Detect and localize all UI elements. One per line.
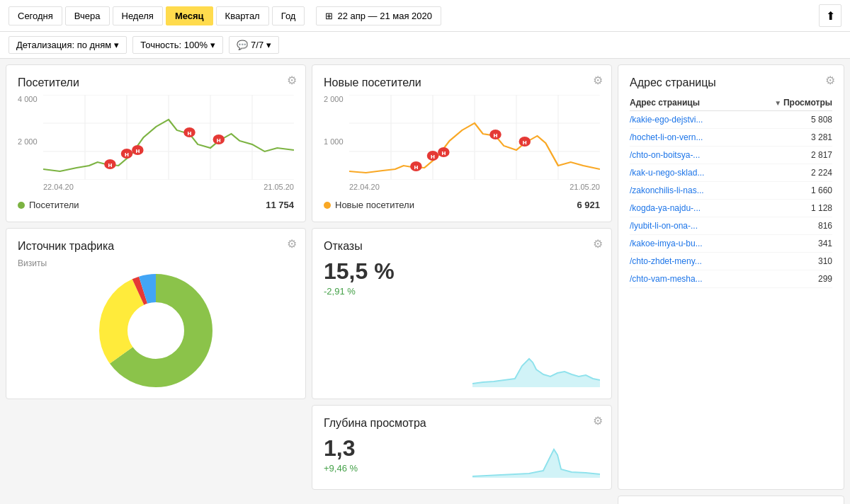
chevron-down-icon3: ▾ bbox=[266, 40, 271, 50]
svg-marker-44 bbox=[472, 449, 600, 478]
svg-point-42 bbox=[129, 304, 183, 357]
segment-icon: 💬 bbox=[237, 40, 248, 50]
table-row: /kakoe-imya-u-bu...341 bbox=[630, 235, 832, 253]
table-row: /kak-u-nego-sklad...2 224 bbox=[630, 164, 832, 182]
period-today[interactable]: Сегодня bbox=[8, 6, 62, 25]
depth-gear-icon[interactable]: ⚙ bbox=[593, 414, 603, 428]
bounce-mini-chart bbox=[472, 345, 600, 387]
page-url[interactable]: /zakonchilis-li-nas... bbox=[630, 182, 744, 200]
page-url[interactable]: /chto-on-boitsya-... bbox=[630, 147, 744, 164]
new-visitors-y-labels: 2 000 1 000 bbox=[324, 95, 349, 180]
page-views: 3 281 bbox=[744, 129, 832, 147]
table-row: /hochet-li-on-vern...3 281 bbox=[630, 129, 832, 147]
last-search-card: Последняя поисковая фраза ⚙ Последняя по… bbox=[618, 496, 844, 504]
traffic-source-gear-icon[interactable]: ⚙ bbox=[287, 237, 297, 251]
page-url[interactable]: /chto-vam-mesha... bbox=[630, 270, 744, 288]
page-views: 2 224 bbox=[744, 164, 832, 182]
depth-title: Глубина просмотра bbox=[324, 417, 600, 430]
traffic-source-title: Источник трафика bbox=[18, 240, 294, 253]
page-address-table: Адрес страницы ▼ Просмотры /kakie-ego-de… bbox=[630, 95, 832, 288]
table-row: /kogda-ya-najdu-...1 128 bbox=[630, 200, 832, 217]
page-views: 310 bbox=[744, 253, 832, 270]
svg-text:н: н bbox=[441, 149, 446, 156]
table-row: /zakonchilis-li-nas...1 660 bbox=[630, 182, 832, 200]
bounce-title: Отказы bbox=[324, 240, 600, 253]
export-icon: ⬆ bbox=[826, 9, 835, 23]
bounce-card: Отказы ⚙ 15,5 % -2,91 % bbox=[312, 228, 612, 399]
svg-text:н: н bbox=[187, 130, 191, 137]
bounce-change: -2,91 % bbox=[324, 286, 600, 297]
svg-text:н: н bbox=[125, 151, 129, 158]
visitors-gear-icon[interactable]: ⚙ bbox=[287, 74, 297, 87]
visitors-dot bbox=[18, 202, 25, 209]
page-url[interactable]: /kakie-ego-dejstvi... bbox=[630, 111, 744, 129]
page-views: 1 660 bbox=[744, 182, 832, 200]
svg-text:н: н bbox=[217, 137, 221, 144]
top-bar: Сегодня Вчера Неделя Месяц Квартал Год ⊞… bbox=[0, 0, 850, 32]
period-yesterday[interactable]: Вчера bbox=[65, 6, 110, 25]
detail-filter[interactable]: Детализация: по дням ▾ bbox=[8, 36, 127, 54]
table-row: /chto-zhdet-meny...310 bbox=[630, 253, 832, 270]
new-visitors-chart: н н н н н bbox=[349, 95, 600, 180]
page-views: 299 bbox=[744, 270, 832, 288]
page-views: 5 808 bbox=[744, 111, 832, 129]
visitors-legend-label: Посетители bbox=[29, 200, 79, 210]
sort-arrow: ▼ bbox=[774, 99, 783, 107]
page-url[interactable]: /kak-u-nego-sklad... bbox=[630, 164, 744, 182]
table-row: /chto-vam-mesha...299 bbox=[630, 270, 832, 288]
visitors-x-labels: 22.04.20 21.05.20 bbox=[43, 180, 294, 194]
new-visitors-title: Новые посетители bbox=[324, 76, 600, 89]
detail-label: Детализация: по дням bbox=[16, 40, 111, 50]
accuracy-filter[interactable]: Точность: 100% ▾ bbox=[132, 36, 223, 54]
date-range-label: 22 апр — 21 мая 2020 bbox=[337, 11, 432, 21]
col-views-header: ▼ Просмотры bbox=[744, 95, 832, 111]
visitors-value: 11 754 bbox=[266, 200, 294, 210]
period-month[interactable]: Месяц bbox=[166, 6, 213, 25]
new-visitors-value: 6 921 bbox=[577, 200, 600, 210]
page-views: 1 128 bbox=[744, 200, 832, 217]
new-visitors-x-labels: 22.04.20 21.05.20 bbox=[349, 180, 600, 194]
page-views: 341 bbox=[744, 235, 832, 253]
period-week[interactable]: Неделя bbox=[113, 6, 163, 25]
bounce-gear-icon[interactable]: ⚙ bbox=[593, 237, 603, 251]
col-url-header: Адрес страницы bbox=[630, 95, 744, 111]
page-url[interactable]: /kogda-ya-najdu-... bbox=[630, 200, 744, 217]
segments-label: 7/7 bbox=[251, 40, 264, 50]
page-url[interactable]: /lyubit-li-on-ona-... bbox=[630, 217, 744, 235]
page-url[interactable]: /hochet-li-on-vern... bbox=[630, 129, 744, 147]
svg-text:н: н bbox=[431, 153, 435, 160]
depth-card: Глубина просмотра ⚙ 1,3 +9,46 % bbox=[312, 405, 612, 490]
page-url[interactable]: /kakoe-imya-u-bu... bbox=[630, 235, 744, 253]
new-visitors-dot bbox=[324, 202, 331, 209]
page-url[interactable]: /chto-zhdet-meny... bbox=[630, 253, 744, 270]
visitors-y-labels: 4 000 2 000 bbox=[18, 95, 43, 180]
chevron-down-icon2: ▾ bbox=[210, 40, 215, 50]
page-address-gear-icon[interactable]: ⚙ bbox=[825, 74, 835, 87]
svg-marker-43 bbox=[472, 359, 600, 387]
depth-mini-chart bbox=[472, 435, 600, 478]
new-visitors-card: Новые посетители ⚙ 2 000 1 000 bbox=[312, 64, 612, 222]
svg-text:н: н bbox=[493, 132, 497, 139]
visitors-title: Посетители bbox=[18, 76, 294, 89]
table-row: /chto-on-boitsya-...2 817 bbox=[630, 147, 832, 164]
svg-text:н: н bbox=[414, 164, 418, 171]
page-address-title: Адрес страницы bbox=[630, 76, 832, 89]
period-quarter[interactable]: Квартал bbox=[216, 6, 269, 25]
date-range-button[interactable]: ⊞ 22 апр — 21 мая 2020 bbox=[316, 6, 441, 25]
accuracy-label: Точность: 100% bbox=[140, 40, 208, 50]
svg-text:н: н bbox=[135, 147, 140, 154]
segments-filter[interactable]: 💬 7/7 ▾ bbox=[229, 36, 279, 54]
chevron-down-icon: ▾ bbox=[114, 40, 119, 50]
grid-icon: ⊞ bbox=[325, 11, 333, 21]
new-visitors-legend-label: Новые посетители bbox=[335, 200, 414, 210]
new-visitors-legend: Новые посетители 6 921 bbox=[324, 200, 600, 210]
export-button[interactable]: ⬆ bbox=[819, 4, 842, 27]
traffic-donut bbox=[18, 274, 294, 387]
page-address-card: Адрес страницы ⚙ Адрес страницы ▼ Просмо… bbox=[618, 64, 844, 490]
filter-bar: Детализация: по дням ▾ Точность: 100% ▾ … bbox=[0, 32, 850, 59]
table-row: /lyubit-li-on-ona-...816 bbox=[630, 217, 832, 235]
visitors-chart: н н н н н bbox=[43, 95, 294, 180]
new-visitors-gear-icon[interactable]: ⚙ bbox=[593, 74, 603, 87]
page-views: 816 bbox=[744, 217, 832, 235]
period-year[interactable]: Год bbox=[272, 6, 305, 25]
